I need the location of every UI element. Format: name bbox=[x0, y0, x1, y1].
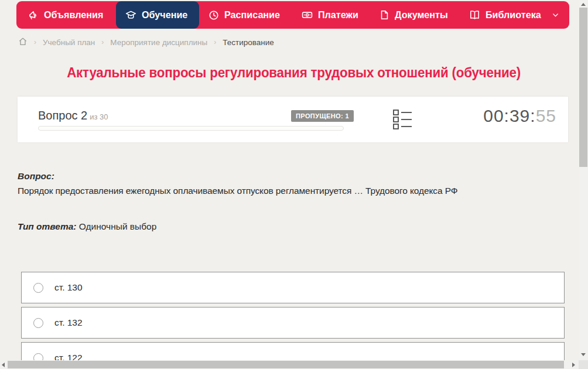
answer-option-label: ст. 130 bbox=[54, 282, 83, 293]
banknote-icon bbox=[302, 9, 313, 20]
megaphone-icon bbox=[28, 10, 39, 20]
open-book-icon bbox=[469, 9, 480, 20]
answer-type-value: Одиночный выбор bbox=[79, 221, 157, 231]
nav-item-label: Платежи bbox=[318, 9, 358, 21]
radio-button[interactable] bbox=[33, 318, 43, 328]
question-number-label: Вопрос 2 bbox=[38, 109, 87, 122]
question-label: Вопрос: bbox=[18, 171, 54, 182]
main-navigation: Объявления Обучение Расписание П bbox=[16, 1, 569, 29]
question-list-button[interactable] bbox=[392, 108, 413, 133]
breadcrumb-separator: › bbox=[101, 38, 104, 46]
nav-item-label: Расписание bbox=[224, 9, 280, 21]
scroll-down-arrow-icon[interactable] bbox=[581, 353, 586, 356]
question-progress-bar bbox=[38, 126, 344, 131]
breadcrumb-separator: › bbox=[214, 38, 216, 46]
answer-option-1[interactable]: ст. 130 bbox=[21, 272, 565, 303]
scroll-up-arrow-icon[interactable] bbox=[581, 3, 586, 6]
nav-item-schedule[interactable]: Расписание bbox=[199, 1, 292, 29]
chevron-down-icon bbox=[552, 11, 559, 19]
question-text: Порядок предоставления ежегодных оплачив… bbox=[18, 186, 551, 196]
nav-item-label: Обучение bbox=[142, 9, 187, 21]
answer-type-label: Тип ответа: bbox=[18, 221, 77, 231]
question-of-label: из 30 bbox=[90, 112, 108, 121]
document-icon bbox=[380, 10, 389, 20]
page-title-container: Актуальные вопросы регулирования трудовы… bbox=[0, 64, 588, 81]
question-number: Вопрос 2из 30 bbox=[38, 109, 108, 122]
answer-option-2[interactable]: ст. 132 bbox=[21, 307, 565, 339]
nav-item-announcements[interactable]: Объявления bbox=[19, 1, 116, 29]
nav-item-payments[interactable]: Платежи bbox=[292, 1, 370, 29]
question-header-card: Вопрос 2из 30 ПРОПУЩЕНО: 1 00:39:55 bbox=[18, 97, 568, 142]
nav-item-label: Объявления bbox=[44, 9, 103, 21]
horizontal-scrollbar[interactable] bbox=[0, 360, 579, 369]
vertical-scrollbar-thumb[interactable] bbox=[579, 8, 587, 167]
timer-minutes: 00:39: bbox=[483, 106, 535, 125]
graduation-cap-icon bbox=[125, 9, 136, 20]
question-list-icon bbox=[392, 122, 413, 132]
answer-type-row: Тип ответа: Одиночный выбор bbox=[18, 221, 156, 232]
radio-button[interactable] bbox=[33, 283, 43, 293]
breadcrumb-separator: › bbox=[34, 38, 36, 46]
vertical-scrollbar[interactable] bbox=[579, 0, 588, 360]
breadcrumb: › Учебный план › Мероприятие дисциплины … bbox=[18, 36, 274, 48]
timer-seconds: 55 bbox=[536, 106, 556, 125]
home-icon[interactable] bbox=[18, 37, 28, 48]
nav-item-label: Библиотека bbox=[486, 9, 541, 21]
scroll-right-arrow-icon[interactable] bbox=[572, 363, 575, 367]
page-title: Актуальные вопросы регулирования трудовы… bbox=[67, 64, 521, 81]
horizontal-scrollbar-thumb[interactable] bbox=[8, 361, 564, 368]
nav-item-library[interactable]: Библиотека bbox=[460, 1, 569, 29]
scrollbar-corner bbox=[579, 360, 588, 369]
timer: 00:39:55 bbox=[483, 106, 556, 126]
skipped-badge: ПРОПУЩЕНО: 1 bbox=[291, 110, 354, 122]
scroll-left-arrow-icon[interactable] bbox=[2, 363, 5, 367]
breadcrumb-discipline-event[interactable]: Мероприятие дисциплины bbox=[110, 38, 207, 47]
clock-icon bbox=[208, 10, 219, 20]
nav-item-documents[interactable]: Документы bbox=[370, 1, 460, 29]
breadcrumb-study-plan[interactable]: Учебный план bbox=[43, 38, 95, 47]
nav-item-learning[interactable]: Обучение bbox=[116, 1, 199, 29]
breadcrumb-testing: Тестирование bbox=[223, 38, 274, 47]
answer-option-label: ст. 132 bbox=[54, 317, 83, 328]
nav-item-label: Документы bbox=[395, 9, 448, 21]
